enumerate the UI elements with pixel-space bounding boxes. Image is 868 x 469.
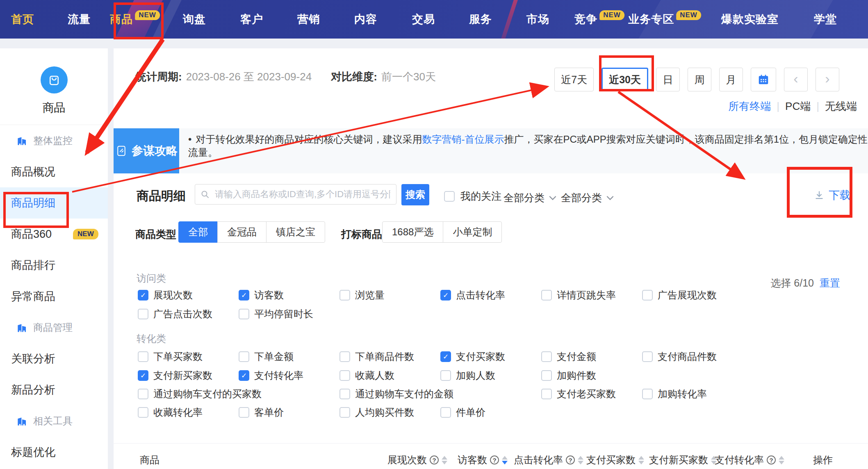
column-header-点击转化率[interactable]: 点击转化率? (514, 453, 583, 467)
range-button-日[interactable]: 日 (656, 68, 680, 91)
filter-option-详情页跳失率[interactable]: 详情页跳失率 (541, 289, 642, 302)
sort-asc-icon[interactable] (578, 456, 583, 460)
sort-control[interactable] (638, 456, 644, 464)
help-icon[interactable]: ? (490, 455, 499, 464)
checkbox[interactable] (339, 351, 350, 362)
sort-asc-icon[interactable] (442, 456, 447, 460)
help-icon[interactable]: ? (566, 455, 575, 464)
filter-option-平均停留时长[interactable]: 平均停留时长 (239, 307, 339, 321)
filter-option-展现次数[interactable]: ✓展现次数 (138, 289, 239, 302)
category-dropdown-1[interactable]: 全部分类 (503, 191, 557, 205)
filter-option-广告点击次数[interactable]: 广告点击次数 (138, 307, 239, 321)
sidebar-item-商品管理[interactable]: 商品管理 (0, 312, 108, 343)
nav-item-流量[interactable]: 流量 (68, 12, 91, 27)
range-button-周[interactable]: 周 (688, 68, 711, 91)
checkbox[interactable] (138, 407, 148, 418)
checkbox[interactable]: ✓ (239, 290, 249, 301)
column-header-支付买家数[interactable]: 支付买家数 (586, 453, 644, 467)
help-icon[interactable]: ? (430, 455, 439, 464)
nav-item-市场[interactable]: 市场 (526, 12, 549, 27)
filter-option-支付买家数[interactable]: ✓支付买家数 (440, 350, 541, 363)
filter-option-广告展现次数[interactable]: 广告展现次数 (642, 289, 743, 302)
sort-desc-icon[interactable] (442, 461, 447, 464)
filter-option-下单商品件数[interactable]: 下单商品件数 (339, 350, 440, 363)
checkbox[interactable] (642, 351, 653, 362)
checkbox[interactable] (541, 290, 552, 301)
nav-item-客户[interactable]: 客户 (240, 12, 263, 27)
filter-option-件单价[interactable]: 件单价 (440, 406, 541, 419)
checkbox[interactable]: ✓ (138, 370, 148, 381)
type-option-金冠品[interactable]: 金冠品 (217, 221, 267, 243)
filter-option-客单价[interactable]: 客单价 (239, 406, 339, 419)
sidebar-item-商品排行[interactable]: 商品排行 (0, 250, 108, 281)
terminal-所有终端[interactable]: 所有终端 (728, 99, 771, 114)
help-icon[interactable]: ? (767, 455, 776, 464)
sort-control[interactable] (779, 456, 784, 464)
type-option-全部[interactable]: 全部 (178, 221, 218, 243)
nav-item-竞争[interactable]: 竞争NEW (574, 12, 624, 27)
sort-desc-icon[interactable] (502, 461, 508, 464)
category-dropdown-2[interactable]: 全部分类 (561, 191, 614, 205)
checkbox[interactable] (339, 290, 350, 301)
terminal-PC端[interactable]: PC端 (785, 99, 811, 114)
my-follow-option[interactable]: 我的关注 (444, 189, 501, 203)
filter-option-访客数[interactable]: ✓访客数 (239, 289, 339, 302)
digital-marketing-link[interactable]: 数字营销-首位展示 (422, 134, 504, 145)
filter-option-收藏人数[interactable]: 收藏人数 (339, 369, 440, 382)
sort-control[interactable] (502, 456, 508, 464)
column-header-展现次数[interactable]: 展现次数? (387, 453, 447, 467)
filter-option-下单买家数[interactable]: 下单买家数 (138, 350, 239, 363)
nav-item-询盘[interactable]: 询盘 (183, 12, 206, 27)
sidebar-item-异常商品[interactable]: 异常商品 (0, 281, 108, 312)
filter-option-下单金额[interactable]: 下单金额 (239, 350, 339, 363)
tag-option-1688严选[interactable]: 1688严选 (382, 221, 443, 243)
nav-item-内容[interactable]: 内容 (354, 12, 377, 27)
checkbox[interactable] (541, 351, 552, 362)
column-header-访客数[interactable]: 访客数? (458, 453, 508, 467)
filter-option-支付金额[interactable]: 支付金额 (541, 350, 642, 363)
sidebar-item-商品概况[interactable]: 商品概况 (0, 156, 108, 187)
filter-option-通过购物车支付的买家数[interactable]: 通过购物车支付的买家数 (138, 387, 339, 401)
product-search-input[interactable] (214, 189, 391, 200)
nav-item-业务专区[interactable]: 业务专区NEW (628, 12, 701, 27)
filter-option-支付转化率[interactable]: ✓支付转化率 (239, 369, 339, 382)
nav-item-服务[interactable]: 服务 (469, 12, 492, 27)
nav-item-首页[interactable]: 首页 (11, 12, 34, 27)
sidebar-item-整体监控[interactable]: 整体监控 (0, 125, 108, 156)
checkbox[interactable] (138, 351, 148, 362)
nav-item-营销[interactable]: 营销 (297, 12, 320, 27)
sidebar-item-新品分析[interactable]: 新品分析 (0, 374, 108, 405)
checkbox[interactable] (239, 351, 249, 362)
nav-item-交易[interactable]: 交易 (412, 12, 435, 27)
sidebar-item-标题优化[interactable]: 标题优化 (0, 437, 108, 468)
checkbox[interactable] (138, 389, 148, 399)
sort-asc-icon[interactable] (779, 456, 784, 460)
filter-option-支付新买家数[interactable]: ✓支付新买家数 (138, 369, 239, 382)
sort-control[interactable] (578, 456, 583, 464)
checkbox[interactable]: ✓ (440, 290, 451, 301)
checkbox[interactable] (339, 407, 350, 418)
sort-desc-icon[interactable] (638, 461, 644, 464)
sort-desc-icon[interactable] (779, 461, 784, 464)
filter-option-浏览量[interactable]: 浏览量 (339, 289, 440, 302)
range-button-月[interactable]: 月 (719, 68, 743, 91)
checkbox[interactable]: ✓ (440, 351, 451, 362)
filter-option-加购转化率[interactable]: 加购转化率 (642, 387, 743, 401)
sidebar-item-关联分析[interactable]: 关联分析 (0, 343, 108, 374)
type-option-镇店之宝[interactable]: 镇店之宝 (266, 221, 325, 243)
column-header-商品[interactable]: 商品 (140, 453, 159, 467)
column-header-操作[interactable]: 操作 (813, 453, 833, 467)
download-button[interactable]: 下载 (814, 188, 851, 203)
sort-asc-icon[interactable] (502, 456, 508, 460)
checkbox[interactable] (440, 370, 451, 381)
calendar-button[interactable] (751, 68, 776, 91)
checkbox[interactable] (239, 407, 249, 418)
checkbox[interactable] (541, 389, 552, 399)
sort-asc-icon[interactable] (638, 456, 644, 460)
filter-option-支付商品件数[interactable]: 支付商品件数 (642, 350, 743, 363)
my-follow-checkbox[interactable] (444, 191, 455, 202)
checkbox[interactable] (339, 370, 350, 381)
checkbox[interactable] (239, 309, 249, 319)
filter-option-通过购物车支付的金额[interactable]: 通过购物车支付的金额 (339, 387, 541, 401)
filter-option-点击转化率[interactable]: ✓点击转化率 (440, 289, 541, 302)
